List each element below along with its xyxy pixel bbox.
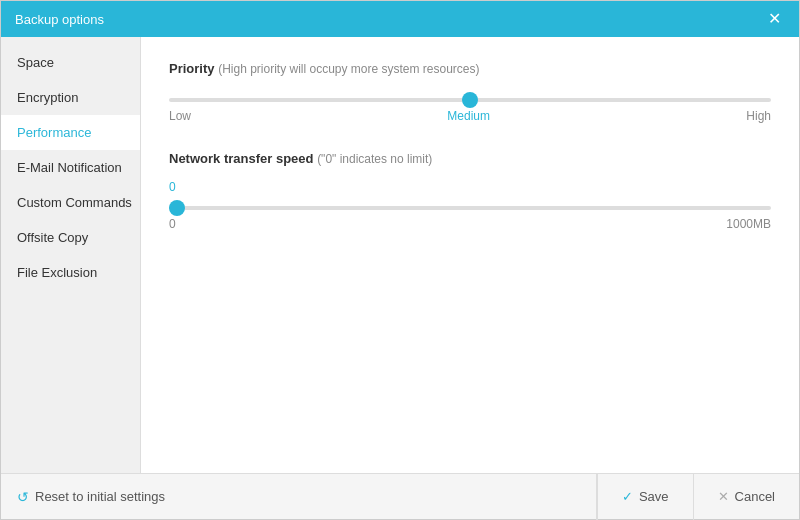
check-icon: ✓	[622, 489, 633, 504]
dialog-header: Backup options ✕	[1, 1, 799, 37]
reset-button[interactable]: ↺ Reset to initial settings	[17, 489, 165, 505]
dialog-footer: ↺ Reset to initial settings ✓ Save ✕ Can…	[1, 473, 799, 519]
reset-icon: ↺	[17, 489, 29, 505]
dialog-body: Space Encryption Performance E-Mail Noti…	[1, 37, 799, 473]
sidebar-item-performance[interactable]: Performance	[1, 115, 140, 150]
network-speed-value-display: 0	[169, 180, 771, 194]
sidebar-item-offsite-copy[interactable]: Offsite Copy	[1, 220, 140, 255]
network-speed-title: Network transfer speed ("0" indicates no…	[169, 151, 771, 166]
priority-slider[interactable]	[169, 98, 771, 102]
network-speed-label: Network transfer speed	[169, 151, 314, 166]
sidebar-item-space[interactable]: Space	[1, 45, 140, 80]
reset-label: Reset to initial settings	[35, 489, 165, 504]
save-button[interactable]: ✓ Save	[597, 474, 693, 520]
priority-label-low: Low	[169, 109, 191, 123]
cancel-label: Cancel	[735, 489, 775, 504]
save-label: Save	[639, 489, 669, 504]
priority-note: (High priority will occupy more system r…	[218, 62, 479, 76]
footer-left: ↺ Reset to initial settings	[1, 489, 596, 505]
network-speed-slider[interactable]	[169, 206, 771, 210]
sidebar-item-email-notification[interactable]: E-Mail Notification	[1, 150, 140, 185]
network-speed-slider-labels: 0 1000MB	[169, 217, 771, 231]
network-speed-section: Network transfer speed ("0" indicates no…	[169, 151, 771, 231]
cancel-button[interactable]: ✕ Cancel	[693, 474, 799, 520]
sidebar-item-encryption[interactable]: Encryption	[1, 80, 140, 115]
x-icon: ✕	[718, 489, 729, 504]
sidebar-item-file-exclusion[interactable]: File Exclusion	[1, 255, 140, 290]
network-speed-slider-container: 0 1000MB	[169, 198, 771, 231]
sidebar: Space Encryption Performance E-Mail Noti…	[1, 37, 141, 473]
sidebar-item-custom-commands[interactable]: Custom Commands	[1, 185, 140, 220]
main-content: Priority (High priority will occupy more…	[141, 37, 799, 473]
footer-right: ✓ Save ✕ Cancel	[596, 474, 799, 520]
network-speed-note: ("0" indicates no limit)	[317, 152, 432, 166]
priority-slider-labels: Low Medium High	[169, 109, 771, 123]
priority-label-medium: Medium	[447, 109, 490, 123]
close-button[interactable]: ✕	[764, 11, 785, 27]
priority-section-title: Priority (High priority will occupy more…	[169, 61, 771, 76]
network-speed-label-min: 0	[169, 217, 176, 231]
priority-slider-container: Low Medium High	[169, 90, 771, 123]
priority-label-high: High	[746, 109, 771, 123]
network-speed-label-max: 1000MB	[726, 217, 771, 231]
dialog: Backup options ✕ Space Encryption Perfor…	[0, 0, 800, 520]
priority-label: Priority	[169, 61, 215, 76]
dialog-title: Backup options	[15, 12, 104, 27]
